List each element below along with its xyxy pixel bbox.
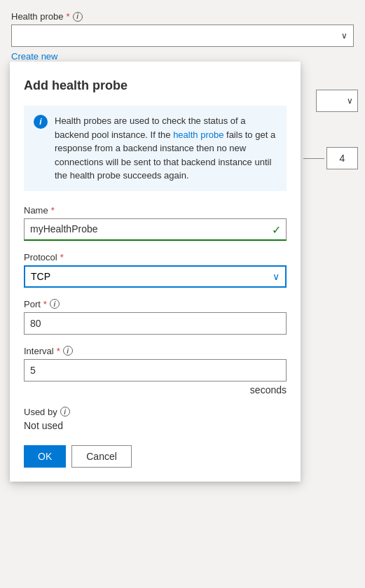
number-box: 4 <box>326 147 358 169</box>
name-required-star: * <box>51 205 55 216</box>
name-valid-icon: ✓ <box>272 223 281 236</box>
interval-field-group: Interval * i seconds <box>24 346 287 396</box>
not-used-text: Not used <box>24 420 287 431</box>
add-health-probe-panel: Add health probe i Health probes are use… <box>10 62 301 482</box>
port-label: Port * i <box>24 299 287 309</box>
name-field-group: Name * ✓ <box>24 205 287 241</box>
protocol-label: Protocol * <box>24 252 287 262</box>
port-input[interactable] <box>24 312 287 335</box>
interval-label: Interval * i <box>24 346 287 356</box>
right-dropdown-arrow: ∨ <box>347 96 353 106</box>
port-field-group: Port * i <box>24 299 287 335</box>
info-box-icon: i <box>34 115 48 129</box>
line-separator <box>303 158 324 159</box>
seconds-label: seconds <box>250 384 287 396</box>
name-input[interactable] <box>24 218 287 241</box>
protocol-field-group: Protocol * TCP ∨ <box>24 252 287 288</box>
info-box-text: Health probes are used to check the stat… <box>55 114 277 183</box>
create-new-link[interactable]: Create new <box>11 51 57 62</box>
health-probe-dropdown[interactable]: ∨ <box>11 24 354 47</box>
cancel-button[interactable]: Cancel <box>71 445 132 468</box>
seconds-row: seconds <box>24 384 287 396</box>
protocol-selected-value: TCP <box>31 271 50 282</box>
health-probe-label: Health probe * i <box>11 11 354 22</box>
used-by-label: Used by i <box>24 407 287 417</box>
button-row: OK Cancel <box>24 445 287 468</box>
protocol-dropdown[interactable]: TCP ∨ <box>24 265 287 288</box>
used-by-section: Used by i Not used <box>24 407 287 431</box>
health-probe-dropdown-arrow: ∨ <box>341 31 347 41</box>
used-by-info-icon[interactable]: i <box>60 407 70 416</box>
port-required-star: * <box>43 299 47 309</box>
interval-info-icon[interactable]: i <box>63 346 73 356</box>
right-side-dropdown[interactable]: ∨ <box>316 90 358 112</box>
protocol-dropdown-arrow: ∨ <box>273 271 280 282</box>
info-box: i Health probes are used to check the st… <box>24 106 287 191</box>
protocol-required-star: * <box>60 252 64 262</box>
required-star: * <box>66 11 69 22</box>
interval-input[interactable] <box>24 359 287 382</box>
name-input-wrapper: ✓ <box>24 218 287 241</box>
panel-title: Add health probe <box>24 78 287 93</box>
interval-required-star: * <box>57 346 60 356</box>
health-probe-info-icon[interactable]: i <box>73 12 83 22</box>
port-info-icon[interactable]: i <box>50 299 60 309</box>
name-label: Name * <box>24 205 287 216</box>
ok-button[interactable]: OK <box>24 445 66 468</box>
